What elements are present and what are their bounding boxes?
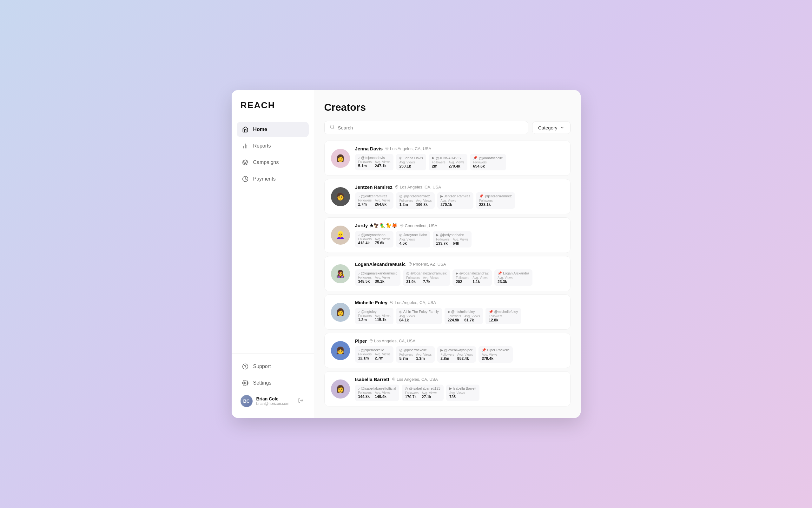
creator-card[interactable]: 👩 Jenna Davis Los Angeles, CA, USA ♪ @it… bbox=[324, 140, 570, 176]
svg-marker-3 bbox=[243, 160, 248, 163]
creator-name: Jenna Davis bbox=[355, 146, 383, 151]
svg-point-7 bbox=[244, 382, 246, 384]
stat-chip-youtube: ▶ @JENNADAVIS Followers2m Avg. Views270.… bbox=[429, 154, 467, 170]
main-content: Creators Category bbox=[314, 90, 581, 418]
clock-icon bbox=[242, 175, 249, 182]
svg-point-14 bbox=[410, 263, 411, 264]
stat-chip-tiktok: ♪ @piperrockelle Followers12.1m Avg. Vie… bbox=[355, 346, 394, 363]
stat-chip-tiktok: ♪ @mgfoley Followers1.2m Avg. Views115.1… bbox=[355, 308, 394, 324]
category-label: Category bbox=[538, 125, 558, 130]
stat-chip-tiktok: ♪ @loganalexandramusic Followers348.5k A… bbox=[355, 269, 401, 286]
stat-chip-tiktok: ♪ @itsjennadavis Followers5.1m Avg. View… bbox=[355, 154, 394, 170]
creator-header: Jentzen Ramirez Los Angeles, CA, USA bbox=[355, 184, 564, 190]
stat-chip-pinterest: 📌 Logan Alexandra Avg. Views23.3k bbox=[495, 269, 532, 286]
stat-chip-youtube: ▶ @loganalexandra2 Followers202 Avg. Vie… bbox=[453, 269, 492, 286]
stat-chip-tiktok: ♪ @isabellabarrettofficial Followers144.… bbox=[355, 385, 399, 401]
creators-list: 👩 Jenna Davis Los Angeles, CA, USA ♪ @it… bbox=[324, 140, 570, 407]
creator-name: LoganAlexandraMusic bbox=[355, 261, 406, 267]
logout-button[interactable] bbox=[297, 396, 305, 406]
settings-icon bbox=[242, 380, 249, 386]
sidebar-item-campaigns[interactable]: Campaigns bbox=[237, 155, 309, 170]
creator-info: Michelle Foley Los Angeles, CA, USA ♪ @m… bbox=[355, 300, 564, 324]
creator-header: Jordy ★🦅🦜🐈🦊 Connecticut, USA bbox=[355, 223, 564, 228]
user-name: Brian Cole bbox=[256, 396, 293, 401]
avatar: 👩‍🎤 bbox=[331, 264, 350, 283]
search-input[interactable] bbox=[338, 125, 523, 130]
app-container: REACH Home Reports bbox=[231, 90, 581, 418]
creator-header: Piper Los Angeles, CA, USA bbox=[355, 338, 564, 344]
creator-name: Isabella Barrett bbox=[355, 377, 389, 382]
svg-point-15 bbox=[391, 302, 392, 303]
svg-point-16 bbox=[371, 340, 372, 341]
creator-card[interactable]: 👩 Isabella Barrett Los Angeles, CA, USA … bbox=[324, 371, 570, 407]
creator-card[interactable]: 👩‍🎤 LoganAlexandraMusic Phoenix, AZ, USA bbox=[324, 256, 570, 291]
svg-point-9 bbox=[330, 125, 334, 128]
sidebar-item-support[interactable]: Support bbox=[237, 359, 309, 374]
stat-chip-pinterest: 📌 Piper Rockelle Avg. Views379.4k bbox=[478, 346, 513, 363]
svg-point-17 bbox=[393, 379, 394, 380]
sidebar: REACH Home Reports bbox=[231, 90, 314, 418]
svg-point-11 bbox=[386, 148, 387, 149]
stat-chip-youtube: ▶ @jordynnehahn Followers133.7k Avg. Vie… bbox=[433, 231, 472, 248]
social-stats: ♪ @loganalexandramusic Followers348.5k A… bbox=[355, 269, 564, 286]
stat-chip-pinterest: 📌 @jannatrishelle Followers654.6k bbox=[470, 154, 506, 170]
avatar: 👩 bbox=[331, 303, 350, 322]
sidebar-item-label: Payments bbox=[253, 176, 276, 182]
creator-location: Los Angeles, CA, USA bbox=[385, 146, 431, 151]
sidebar-item-settings[interactable]: Settings bbox=[237, 375, 309, 391]
sidebar-item-label: Settings bbox=[253, 380, 272, 386]
sidebar-bottom: Support Settings BC Brian Cole brian@hor… bbox=[231, 353, 314, 410]
creator-card[interactable]: 👧 Piper Los Angeles, CA, USA ♪ @piperroc… bbox=[324, 333, 570, 368]
stat-chip-youtube: ▶ Jentzen Ramirez Avg. Views270.1k bbox=[437, 192, 473, 209]
creator-header: LoganAlexandraMusic Phoenix, AZ, USA bbox=[355, 261, 564, 267]
bar-chart-icon bbox=[242, 142, 249, 150]
creator-card[interactable]: 👩 Michelle Foley Los Angeles, CA, USA ♪ … bbox=[324, 294, 570, 330]
social-stats: ♪ @jentzenramirez Followers2.7m Avg. Vie… bbox=[355, 192, 564, 209]
stat-chip-instagram: ◎ @jentzenramirez Followers1.2m Avg. Vie… bbox=[396, 192, 435, 209]
creator-location: Los Angeles, CA, USA bbox=[392, 377, 438, 382]
creator-info: Jenna Davis Los Angeles, CA, USA ♪ @itsj… bbox=[355, 146, 564, 170]
creator-location: Connecticut, USA bbox=[400, 223, 437, 228]
stat-chip-instagram: ◎ @loganalexandramusic Followers31.9k Av… bbox=[403, 269, 450, 286]
pin-icon: 📌 bbox=[473, 156, 477, 160]
creator-card[interactable]: 🧑 Jentzen Ramirez Los Angeles, CA, USA ♪ bbox=[324, 179, 570, 214]
creator-header: Michelle Foley Los Angeles, CA, USA bbox=[355, 300, 564, 305]
avatar: 🧑 bbox=[331, 187, 350, 206]
sidebar-item-home[interactable]: Home bbox=[237, 122, 309, 137]
svg-point-12 bbox=[396, 186, 397, 187]
creator-name: Michelle Foley bbox=[355, 300, 388, 305]
creator-card[interactable]: 👱‍♀️ Jordy ★🦅🦜🐈🦊 Connecticut, USA ♪ @ bbox=[324, 217, 570, 253]
stat-chip-instagram: ◎ Jordynne Hahn Avg. Views4.6k bbox=[396, 231, 430, 248]
app-logo: REACH bbox=[231, 100, 314, 122]
youtube-icon: ▶ bbox=[432, 156, 434, 160]
stat-chip-tiktok: ♪ @jordynnehahn Followers413.4k Avg. Vie… bbox=[355, 231, 394, 248]
creator-name: Piper bbox=[355, 338, 367, 344]
avatar: 👱‍♀️ bbox=[331, 225, 350, 245]
stat-chip-instagram: ◎ @isabellabarrett123 Followers170.7k Av… bbox=[402, 385, 443, 401]
main-nav: Home Reports Campaigns bbox=[231, 122, 314, 348]
avatar: 👩 bbox=[331, 149, 350, 168]
social-stats: ♪ @piperrockelle Followers12.1m Avg. Vie… bbox=[355, 346, 564, 363]
search-icon bbox=[330, 124, 335, 131]
search-box bbox=[324, 121, 528, 134]
stat-chip-tiktok: ♪ @jentzenramirez Followers2.7m Avg. Vie… bbox=[355, 192, 394, 209]
creator-location: Phoenix, AZ, USA bbox=[409, 262, 446, 266]
stat-chip-pinterest: 📌 @michellefoley Followers12.8k bbox=[485, 308, 521, 324]
avatar: BC bbox=[241, 395, 253, 407]
sidebar-item-label: Reports bbox=[253, 143, 271, 149]
instagram-icon: ◎ bbox=[399, 156, 402, 160]
stat-chip-youtube: ▶ Isabella Barrett Avg. Views735 bbox=[446, 385, 479, 401]
stat-chip-instagram: ◎ All In The Foley Family Avg. Views84.1… bbox=[396, 308, 442, 324]
social-stats: ♪ @jordynnehahn Followers413.4k Avg. Vie… bbox=[355, 231, 564, 248]
stat-chip-instagram: ◎ Jenna Davis Avg. Views250.1k bbox=[396, 154, 426, 170]
sidebar-item-payments[interactable]: Payments bbox=[237, 171, 309, 186]
svg-line-10 bbox=[333, 128, 334, 129]
creator-location: Los Angeles, CA, USA bbox=[390, 300, 436, 305]
social-stats: ♪ @mgfoley Followers1.2m Avg. Views115.1… bbox=[355, 308, 564, 324]
creator-name: Jentzen Ramirez bbox=[355, 184, 392, 190]
sidebar-item-label: Campaigns bbox=[253, 160, 279, 165]
social-stats: ♪ @itsjennadavis Followers5.1m Avg. View… bbox=[355, 154, 564, 170]
sidebar-item-reports[interactable]: Reports bbox=[237, 138, 309, 154]
creator-location: Los Angeles, CA, USA bbox=[369, 339, 415, 343]
category-filter-button[interactable]: Category bbox=[532, 122, 570, 134]
